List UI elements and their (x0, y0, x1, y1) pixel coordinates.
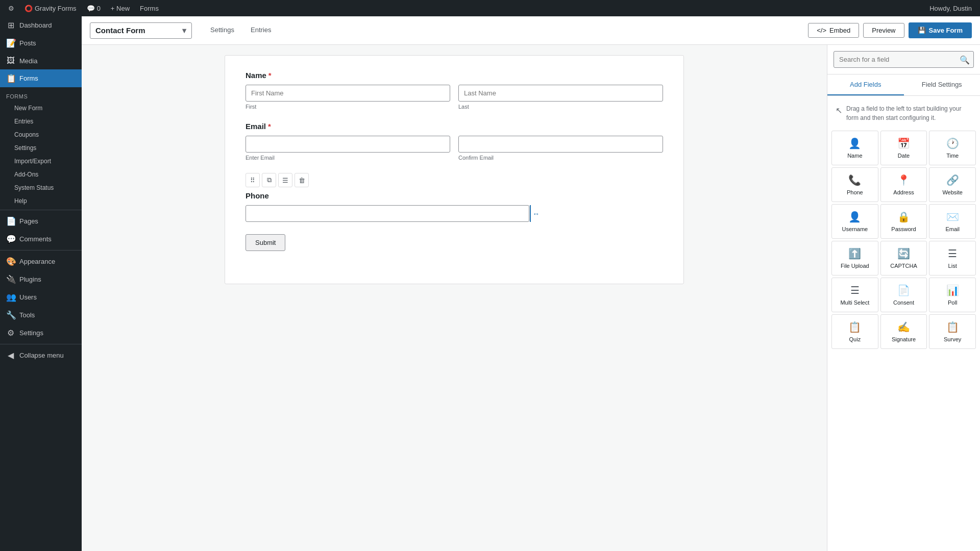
field-card-signature[interactable]: ✍️ Signature (880, 314, 927, 349)
field-card-date[interactable]: 📅 Date (880, 131, 927, 165)
search-icon: 🔍 (960, 55, 970, 64)
sidebar-subitem-coupons[interactable]: Coupons (0, 128, 82, 141)
sidebar-import-export-label: Import/Export (14, 158, 51, 165)
search-field-input[interactable] (834, 51, 974, 68)
sidebar-item-plugins[interactable]: 🔌 Plugins (0, 270, 82, 288)
tab-field-settings[interactable]: Field Settings (904, 74, 981, 95)
preview-label: Preview (872, 27, 895, 34)
sidebar-subitem-settings[interactable]: Settings (0, 141, 82, 155)
field-card-password[interactable]: 🔒 Password (880, 204, 927, 239)
wp-logo-item[interactable]: ⚙ (4, 0, 18, 16)
sidebar-item-appearance[interactable]: 🎨 Appearance (0, 253, 82, 270)
comment-count: 0 (97, 5, 101, 12)
search-field-wrapper: 🔍 (827, 45, 980, 74)
phone-resize-wrapper: ↔ (246, 205, 529, 222)
tab-settings[interactable]: Settings (202, 22, 242, 39)
field-card-email[interactable]: ✉️ Email (929, 204, 976, 239)
name-first-input[interactable] (246, 85, 450, 102)
field-card-multiselect[interactable]: ☰ Multi Select (831, 278, 878, 312)
username-field-icon: 👤 (848, 211, 861, 223)
phone-resize-line (530, 205, 531, 222)
new-item[interactable]: + New (107, 0, 134, 16)
email-enter-sublabel: Enter Email (246, 155, 450, 161)
field-card-address[interactable]: 📍 Address (880, 167, 927, 202)
list-field-label: List (948, 263, 957, 269)
user-greeting[interactable]: Howdy, Dustin (925, 0, 976, 16)
appearance-icon: 🎨 (6, 257, 15, 266)
field-card-username[interactable]: 👤 Username (831, 204, 878, 239)
sidebar-subitem-entries[interactable]: Entries (0, 115, 82, 128)
field-card-name[interactable]: 👤 Name (831, 131, 878, 165)
sidebar-item-forms[interactable]: 📋 Forms (0, 69, 82, 87)
name-last-input[interactable] (458, 85, 663, 102)
sidebar-item-users[interactable]: 👥 Users (0, 288, 82, 306)
phone-settings-button[interactable]: ☰ (278, 173, 292, 187)
right-panel: 🔍 Add Fields Field Settings ↖ Drag a fie… (827, 45, 980, 551)
fileupload-field-label: File Upload (841, 263, 869, 269)
sidebar-item-users-label: Users (19, 293, 37, 301)
sidebar-system-status-label: System Status (14, 184, 54, 191)
field-card-list[interactable]: ☰ List (929, 241, 976, 276)
field-card-time[interactable]: 🕐 Time (929, 131, 976, 165)
forms-item[interactable]: Forms (136, 0, 163, 16)
sidebar-item-dashboard[interactable]: ⊞ Dashboard (0, 16, 82, 34)
phone-duplicate-button[interactable]: ⧉ (262, 173, 276, 187)
save-form-button[interactable]: 💾 Save Form (909, 22, 972, 38)
field-card-phone[interactable]: 📞 Phone (831, 167, 878, 202)
user-greeting-text: Howdy, Dustin (929, 5, 972, 12)
field-card-consent[interactable]: 📄 Consent (880, 278, 927, 312)
consent-field-icon: 📄 (897, 284, 910, 296)
tools-icon: 🔧 (6, 310, 15, 320)
name-field-row: First Last (246, 85, 663, 110)
submit-label: Submit (255, 239, 276, 246)
sidebar-item-collapse[interactable]: ◀ Collapse menu (0, 346, 82, 364)
sidebar-item-comments[interactable]: 💬 Comments (0, 230, 82, 248)
comments-item[interactable]: 💬 0 (83, 0, 105, 16)
tab-add-fields[interactable]: Add Fields (827, 74, 904, 95)
sidebar-settings-label: Settings (14, 144, 36, 152)
field-card-website[interactable]: 🔗 Website (929, 167, 976, 202)
address-field-label: Address (893, 189, 914, 195)
sidebar-item-tools[interactable]: 🔧 Tools (0, 306, 82, 324)
captcha-field-label: CAPTCHA (890, 263, 917, 269)
sidebar-new-form-label: New Form (14, 105, 42, 112)
sidebar-item-settings-menu[interactable]: ⚙ Settings (0, 324, 82, 342)
sidebar-item-pages[interactable]: 📄 Pages (0, 212, 82, 230)
cursor-icon: ↖ (836, 105, 842, 122)
sidebar-subitem-add-ons[interactable]: Add-Ons (0, 168, 82, 181)
survey-field-label: Survey (944, 336, 961, 342)
name-field-icon: 👤 (848, 137, 861, 149)
entries-tab-label: Entries (251, 26, 271, 34)
field-card-quiz[interactable]: 📋 Quiz (831, 314, 878, 349)
sidebar-item-posts[interactable]: 📝 Posts (0, 34, 82, 52)
phone-delete-button[interactable]: 🗑 (295, 173, 309, 187)
sidebar-forms-section: Forms (0, 87, 82, 102)
embed-button[interactable]: </> Embed (808, 23, 859, 38)
site-name-item[interactable]: ⭕ Gravity Forms (20, 0, 81, 16)
sidebar-subitem-import-export[interactable]: Import/Export (0, 155, 82, 168)
field-block-email: Email * Enter Email Confirm Email (246, 122, 663, 161)
tab-entries[interactable]: Entries (242, 22, 279, 39)
field-card-poll[interactable]: 📊 Poll (929, 278, 976, 312)
sidebar-subitem-new-form[interactable]: New Form (0, 102, 82, 115)
phone-input[interactable] (246, 205, 529, 222)
phone-drag-handle[interactable]: ⠿ (246, 173, 260, 187)
field-card-captcha[interactable]: 🔄 CAPTCHA (880, 241, 927, 276)
email-enter-input[interactable] (246, 136, 450, 153)
phone-resize-arrows[interactable]: ↔ (532, 210, 540, 218)
captcha-field-icon: 🔄 (897, 247, 910, 260)
sidebar-subitem-system-status[interactable]: System Status (0, 181, 82, 194)
field-card-survey[interactable]: 📋 Survey (929, 314, 976, 349)
date-field-icon: 📅 (897, 137, 910, 149)
email-confirm-input[interactable] (458, 136, 663, 153)
form-title-dropdown[interactable]: Contact Form ▾ (90, 22, 192, 39)
submit-button[interactable]: Submit (246, 234, 285, 251)
preview-button[interactable]: Preview (863, 23, 904, 38)
email-field-label: Email * (246, 122, 663, 131)
sidebar-item-pages-label: Pages (19, 217, 38, 225)
field-card-fileupload[interactable]: ⬆️ File Upload (831, 241, 878, 276)
forms-label: Forms (140, 5, 159, 12)
sidebar-subitem-help[interactable]: Help (0, 194, 82, 208)
sidebar-item-media[interactable]: 🖼 Media (0, 52, 82, 69)
embed-code-icon: </> (817, 27, 826, 34)
